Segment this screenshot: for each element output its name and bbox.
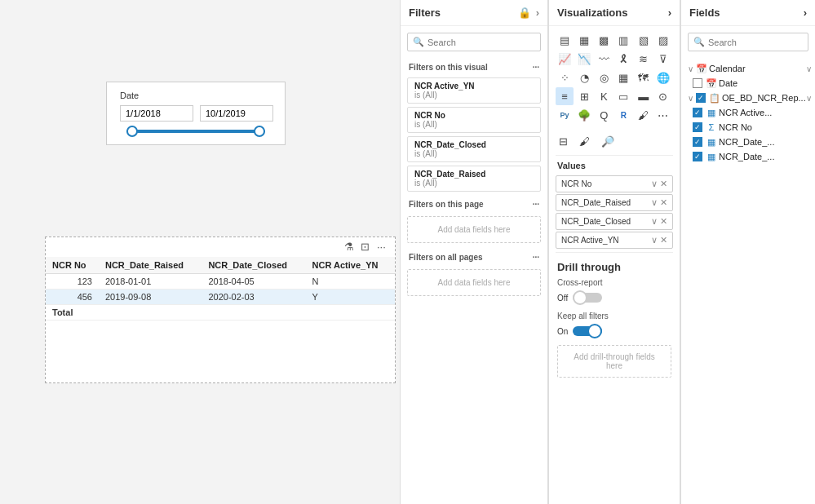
- viz-kpi[interactable]: K: [595, 87, 613, 105]
- close-icon[interactable]: ✕: [660, 216, 667, 227]
- filter-card[interactable]: NCR Nois (All): [407, 107, 541, 133]
- filters-this-visual-more[interactable]: ···: [533, 63, 539, 72]
- viz-gauge[interactable]: ⊙: [654, 87, 672, 105]
- filter-lock-icon[interactable]: 🔒: [518, 7, 531, 19]
- end-date-input[interactable]: [200, 105, 273, 122]
- cell-active: N: [306, 274, 395, 290]
- slider-thumb-left[interactable]: [126, 126, 138, 137]
- tree-item-label: NCR No: [719, 122, 812, 132]
- tree-checkbox[interactable]: ✓: [693, 108, 702, 117]
- viz-card[interactable]: ▭: [614, 87, 632, 105]
- viz-ribbon[interactable]: 🎗: [614, 50, 632, 68]
- viz-clustered-bar[interactable]: ▦: [575, 31, 593, 49]
- viz-pie[interactable]: ◔: [575, 69, 593, 86]
- viz-area[interactable]: 📉: [575, 50, 593, 68]
- tree-item[interactable]: ✓▦NCR Active...: [681, 105, 815, 120]
- cross-report-toggle[interactable]: [573, 290, 602, 305]
- chevron-down-icon[interactable]: ∨: [651, 235, 658, 245]
- value-chip[interactable]: NCR_Date_Closed∨✕: [556, 213, 673, 230]
- value-chip[interactable]: NCR Active_YN∨✕: [556, 232, 673, 249]
- filter-card-name: NCR No: [414, 111, 534, 120]
- viz-line-stacked[interactable]: 〰: [595, 50, 613, 68]
- filter-card[interactable]: NCR_Date_Closedis (All): [407, 136, 541, 162]
- filter-icon[interactable]: ⚗: [344, 241, 357, 254]
- tree-checkbox[interactable]: ✓: [696, 93, 706, 103]
- viz-clustered-column[interactable]: ▧: [635, 31, 653, 49]
- viz-dots[interactable]: ⋯: [654, 106, 672, 124]
- tree-checkbox[interactable]: ✓: [693, 137, 702, 147]
- chevron-down-icon[interactable]: ∨: [651, 179, 658, 189]
- slider-thumb-right[interactable]: [254, 126, 265, 137]
- viz-scatter[interactable]: ⁘: [556, 69, 574, 86]
- viz-100-stacked-column[interactable]: ▨: [654, 31, 672, 49]
- viz-decomp-tree[interactable]: 🌳: [575, 106, 593, 124]
- filter-card[interactable]: NCR_Date_Raisedis (All): [407, 166, 541, 192]
- col-active-yn: NCR Active_YN: [306, 257, 395, 274]
- table-row[interactable]: 123 2018-01-01 2018-04-05 N: [46, 274, 395, 290]
- add-drill-fields[interactable]: Add drill-through fields here: [557, 345, 671, 378]
- filters-header: Filters 🔒 ›: [401, 0, 547, 26]
- filter-expand-icon[interactable]: ›: [536, 7, 539, 19]
- viz-table[interactable]: ≡: [556, 87, 574, 105]
- viz-fields-icon[interactable]: ⊟: [556, 132, 571, 150]
- tree-expand-icon[interactable]: ∨: [806, 94, 812, 103]
- filter-card-value: is (All): [414, 149, 534, 158]
- close-icon[interactable]: ✕: [660, 197, 667, 208]
- viz-multirow-card[interactable]: ▬: [635, 87, 653, 105]
- tree-checkbox[interactable]: [693, 78, 702, 88]
- tree-item[interactable]: ✓▦NCR_Date_...: [681, 149, 815, 164]
- value-chip[interactable]: NCR_Date_Raised∨✕: [556, 194, 673, 211]
- tree-item[interactable]: ∨📅Calendar∨: [681, 61, 815, 76]
- viz-paint-brush[interactable]: 🖌: [635, 106, 653, 124]
- chevron-down-icon[interactable]: ∨: [651, 216, 658, 227]
- close-icon[interactable]: ✕: [660, 235, 667, 245]
- viz-waterfall[interactable]: ≋: [635, 50, 653, 68]
- viz-treemap[interactable]: ▦: [614, 69, 632, 86]
- viz-qa[interactable]: Q: [595, 106, 613, 124]
- fields-title: Fields: [689, 7, 720, 19]
- filters-search-input[interactable]: [427, 38, 535, 47]
- tree-expand-icon[interactable]: ∨: [806, 64, 812, 73]
- close-icon[interactable]: ✕: [660, 179, 667, 189]
- tree-checkbox[interactable]: ✓: [693, 152, 702, 161]
- tree-item[interactable]: 📅Date: [681, 76, 815, 91]
- viz-matrix[interactable]: ⊞: [575, 87, 593, 105]
- tree-checkbox[interactable]: ✓: [693, 122, 702, 132]
- value-chip[interactable]: NCR No∨✕: [556, 175, 673, 192]
- filter-card[interactable]: NCR Active_YNis (All): [407, 77, 541, 104]
- toggle-thumb-off: [573, 290, 587, 305]
- filters-this-page-more[interactable]: ···: [533, 200, 539, 209]
- keep-filters-toggle[interactable]: [573, 324, 602, 338]
- filter-card-value: is (All): [414, 179, 534, 188]
- viz-py[interactable]: Py: [556, 106, 574, 124]
- start-date-input[interactable]: [120, 105, 193, 122]
- table-total-row: Total: [46, 305, 395, 321]
- viz-filled-map[interactable]: 🌐: [654, 69, 672, 86]
- viz-format-icon[interactable]: 🖌: [576, 132, 593, 150]
- viz-line[interactable]: 📈: [556, 50, 574, 68]
- add-fields-this-page[interactable]: Add data fields here: [407, 216, 541, 243]
- tree-item-label: Date: [719, 78, 812, 88]
- viz-100-stacked-bar[interactable]: ▩: [595, 31, 613, 49]
- filters-all-pages-more[interactable]: ···: [533, 253, 539, 262]
- viz-analytics-icon[interactable]: 🔎: [598, 132, 618, 150]
- fields-search-input[interactable]: [708, 38, 803, 47]
- viz-funnel[interactable]: ⊽: [654, 50, 672, 68]
- chevron-down-icon[interactable]: ∨: [651, 197, 658, 208]
- focus-icon[interactable]: ⊡: [361, 241, 374, 254]
- fields-expand-icon[interactable]: ›: [804, 7, 807, 19]
- more-icon[interactable]: ···: [377, 241, 390, 254]
- add-fields-all-pages[interactable]: Add data fields here: [407, 269, 541, 296]
- viz-stacked-bar[interactable]: ▤: [556, 31, 574, 49]
- viz-divider: [556, 155, 673, 156]
- table-row[interactable]: 456 2019-09-08 2020-02-03 Y: [46, 290, 395, 305]
- viz-expand-icon[interactable]: ›: [668, 7, 671, 19]
- viz-map[interactable]: 🗺: [635, 69, 653, 86]
- viz-r[interactable]: R: [614, 106, 632, 124]
- tree-item[interactable]: ✓ΣNCR No: [681, 120, 815, 135]
- tree-item[interactable]: ∨✓📋OE_BD_NCR_Rep...∨: [681, 91, 815, 105]
- viz-donut[interactable]: ◎: [595, 69, 613, 86]
- viz-stacked-column[interactable]: ▥: [614, 31, 632, 49]
- tree-item[interactable]: ✓▦NCR_Date_...: [681, 135, 815, 149]
- data-table: NCR No NCR_Date_Raised NCR_Date_Closed N…: [46, 257, 395, 321]
